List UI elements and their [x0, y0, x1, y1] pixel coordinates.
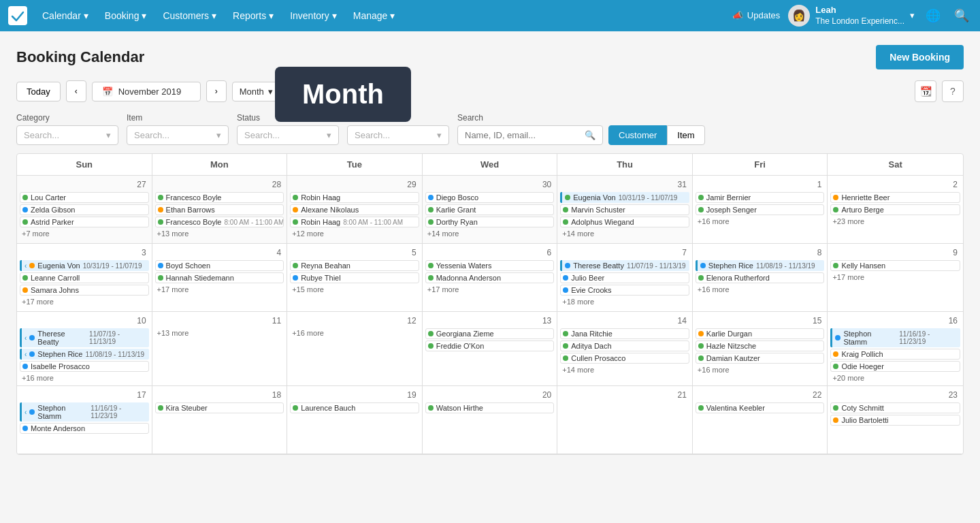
event-item[interactable]: Boyd Schoen [155, 260, 284, 271]
event-item[interactable]: Joseph Senger [696, 204, 825, 215]
event-item[interactable]: Isabelle Prosacco [20, 361, 149, 372]
calendar-day[interactable]: 21 [557, 386, 693, 454]
calendar-day[interactable]: 1Jamir BernierJoseph Senger+16 more [693, 176, 828, 244]
today-button[interactable]: Today [16, 82, 61, 101]
more-events-link[interactable]: +14 more [425, 229, 555, 238]
event-item[interactable]: Hazle Nitzsche [696, 340, 825, 351]
calendar-view-icon-button[interactable]: 📆 [915, 80, 936, 102]
more-events-link[interactable]: +20 more [830, 373, 960, 383]
more-events-link[interactable]: +23 more [830, 217, 960, 226]
event-item[interactable]: Coty Schmitt [830, 402, 960, 413]
event-item[interactable]: Damian Kautzer [696, 353, 825, 364]
more-events-link[interactable]: +16 more [696, 217, 825, 226]
calendar-day[interactable]: 14Jana RitchieAditya DachCullen Prosacco… [557, 312, 693, 386]
event-item[interactable]: Jana Ritchie [560, 328, 689, 339]
event-item[interactable]: Jamir Bernier [696, 192, 825, 203]
more-events-link[interactable]: +14 more [560, 229, 689, 238]
search-icon-nav[interactable]: 🔍 [951, 5, 972, 26]
search-input[interactable] [465, 130, 579, 140]
user-menu[interactable]: 👩 Leah The London Experienc... ▾ [788, 5, 915, 27]
nav-manage[interactable]: Manage ▾ [346, 6, 402, 25]
view-select[interactable]: Month ▾ [232, 82, 293, 101]
event-item[interactable]: Freddie O'Kon [425, 340, 555, 351]
updates-button[interactable]: 📣 Updates [732, 10, 780, 20]
event-item[interactable]: Madonna Anderson [425, 272, 555, 283]
status-select[interactable]: Search... ▾ [237, 125, 339, 145]
event-item[interactable]: Julio Bartoletti [830, 415, 960, 426]
more-events-link[interactable]: +13 more [155, 229, 284, 238]
multi-day-event[interactable]: ‹Stephon Stamm11/16/19 - 11/23/19 [20, 402, 149, 422]
more-events-link[interactable]: +16 more [20, 373, 149, 383]
more-events-link[interactable]: +17 more [830, 272, 960, 282]
event-item[interactable]: Marvin Schuster [560, 204, 689, 215]
event-item[interactable]: Cullen Prosacco [560, 353, 689, 364]
nav-booking[interactable]: Booking ▾ [98, 6, 154, 25]
calendar-day[interactable]: 8Stephen Rice11/08/19 - 11/13/19Elenora … [693, 244, 828, 312]
event-item[interactable]: Laurence Bauch [290, 402, 419, 413]
more-events-link[interactable]: +17 more [155, 285, 284, 294]
more-events-link[interactable]: +13 more [155, 328, 284, 338]
category-select[interactable]: Search... ▾ [16, 125, 118, 145]
search-item-button[interactable]: Item [667, 125, 704, 145]
multi-day-event[interactable]: ‹Stephen Rice11/08/19 - 11/13/19 [20, 349, 149, 360]
event-item[interactable]: Francesco Boyle8:00 AM - 11:00 AM [155, 217, 284, 227]
search-customer-button[interactable]: Customer [608, 125, 667, 145]
event-item[interactable]: Alexane Nikolaus [290, 204, 419, 215]
event-item[interactable]: Francesco Boyle [155, 192, 284, 203]
calendar-day[interactable]: 19Laurence Bauch [287, 386, 423, 454]
event-item[interactable]: Evie Crooks [560, 285, 689, 296]
event-item[interactable]: Julio Beer [560, 272, 689, 283]
event-item[interactable]: Karlie Grant [425, 204, 555, 215]
event-item[interactable]: Rubye Thiel [290, 272, 419, 283]
calendar-day[interactable]: 15Karlie DurganHazle NitzscheDamian Kaut… [693, 312, 828, 386]
prev-month-button[interactable]: ‹ [66, 80, 86, 102]
multi-day-event[interactable]: ‹Therese Beatty11/07/19 - 11/13/19 [20, 328, 149, 347]
calendar-day[interactable]: 20Watson Hirthe [423, 386, 558, 454]
event-item[interactable]: Henriette Beer [830, 192, 960, 203]
event-item[interactable]: Watson Hirthe [425, 402, 555, 413]
more-events-link[interactable]: +7 more [20, 229, 149, 238]
event-item[interactable]: Georgiana Zieme [425, 328, 555, 339]
event-item[interactable]: Aditya Dach [560, 340, 689, 351]
event-item[interactable]: Elenora Rutherford [696, 272, 825, 283]
multi-day-event[interactable]: Stephon Stamm11/16/19 - 11/23/19 [830, 328, 960, 347]
calendar-day[interactable]: 31Eugenia Von10/31/19 - 11/07/19Marvin S… [557, 176, 693, 244]
calendar-day[interactable]: 27Lou CarterZelda GibsonAstrid Parker+7 … [17, 176, 152, 244]
calendar-day[interactable]: 12+16 more [287, 312, 423, 386]
event-item[interactable]: Kira Steuber [155, 402, 284, 413]
new-booking-button[interactable]: New Booking [876, 45, 964, 69]
calendar-day[interactable]: 28Francesco BoyleEthan BarrowsFrancesco … [152, 176, 288, 244]
calendar-day[interactable]: 13Georgiana ZiemeFreddie O'Kon [423, 312, 558, 386]
event-item[interactable]: Yessenia Waters [425, 260, 555, 271]
nav-reports[interactable]: Reports ▾ [226, 6, 280, 25]
event-item[interactable]: Leanne Carroll [20, 272, 149, 283]
globe-icon[interactable]: 🌐 [923, 5, 943, 26]
event-item[interactable]: Robin Haag [290, 192, 419, 203]
nav-customers[interactable]: Customers ▾ [156, 6, 223, 25]
calendar-day[interactable]: 11+13 more [152, 312, 288, 386]
more-events-link[interactable]: +16 more [696, 365, 825, 375]
calendar-day[interactable]: 10‹Therese Beatty11/07/19 - 11/13/19‹Ste… [17, 312, 152, 386]
calendar-day[interactable]: 17‹Stephon Stamm11/16/19 - 11/23/19Monte… [17, 386, 152, 454]
event-item[interactable]: Adolphus Wiegand [560, 217, 689, 227]
calendar-day[interactable]: 22Valentina Keebler [693, 386, 828, 454]
calendar-day[interactable]: 16Stephon Stamm11/16/19 - 11/23/19Kraig … [828, 312, 963, 386]
more-events-link[interactable]: +17 more [20, 297, 149, 306]
calendar-day[interactable]: 2Henriette BeerArturo Berge+23 more [828, 176, 963, 244]
more-events-link[interactable]: +16 more [290, 328, 419, 338]
event-item[interactable]: Arturo Berge [830, 204, 960, 215]
more-events-link[interactable]: +14 more [560, 365, 689, 375]
event-item[interactable]: Samara Johns [20, 285, 149, 296]
calendar-day[interactable]: 7Therese Beatty11/07/19 - 11/13/19Julio … [557, 244, 693, 312]
event-item[interactable]: Kelly Hansen [830, 260, 960, 271]
more-events-link[interactable]: +16 more [696, 285, 825, 294]
multi-day-event[interactable]: ‹Eugenia Von10/31/19 - 11/07/19 [20, 260, 149, 271]
event-item[interactable]: Ethan Barrows [155, 204, 284, 215]
calendar-day[interactable]: 4Boyd SchoenHannah Stiedemann+17 more [152, 244, 288, 312]
event-item[interactable]: Reyna Beahan [290, 260, 419, 271]
event-item[interactable]: Lou Carter [20, 192, 149, 203]
more-events-link[interactable]: +12 more [290, 229, 419, 238]
calendar-day[interactable]: 6Yessenia WatersMadonna Anderson+17 more [423, 244, 558, 312]
calendar-day[interactable]: 29Robin HaagAlexane NikolausRobin Haag8:… [287, 176, 423, 244]
multi-day-event[interactable]: Eugenia Von10/31/19 - 11/07/19 [560, 192, 689, 203]
